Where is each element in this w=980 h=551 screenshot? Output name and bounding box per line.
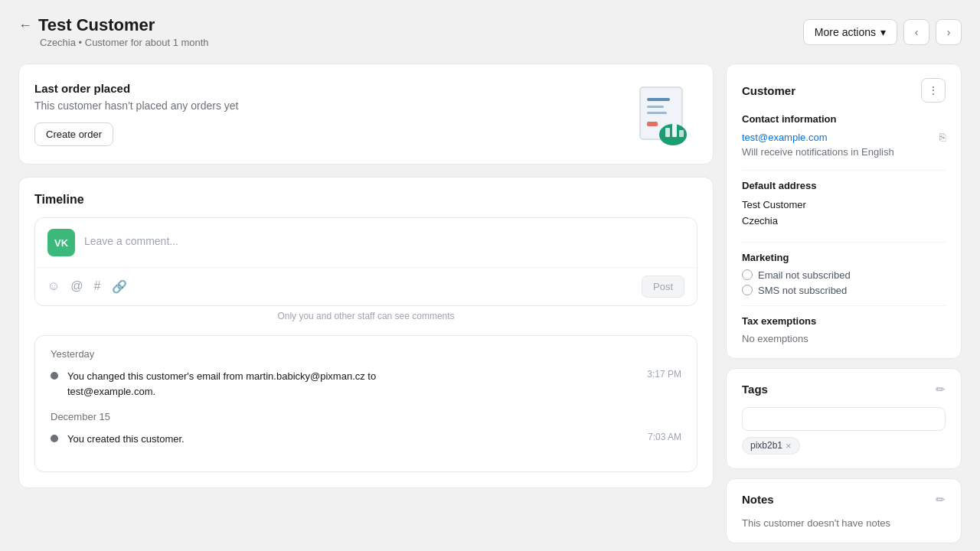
timeline-event-row-1: You created this customer. 7:03 AM <box>67 432 681 447</box>
comment-input-area: VK Leave a comment... <box>35 218 697 267</box>
staff-note: Only you and other staff can see comment… <box>34 306 697 329</box>
email-subscription-label: Email not subscribed <box>758 269 851 281</box>
timeline-event-text-1: You created this customer. <box>67 432 185 447</box>
no-exemptions-text: No exemptions <box>742 333 946 344</box>
email-row: test@example.com ⎘ <box>742 131 946 143</box>
email-radio-icon <box>742 269 753 280</box>
more-actions-button[interactable]: More actions ▾ <box>803 19 897 45</box>
post-button[interactable]: Post <box>642 276 684 298</box>
timeline-event-text-0: You changed this customer's email from m… <box>67 369 435 399</box>
toolbar-icons: ☺ @ # 🔗 <box>47 279 127 294</box>
user-avatar: VK <box>47 229 75 256</box>
more-actions-label: More actions <box>815 26 876 38</box>
tag-remove-0[interactable]: × <box>786 440 792 452</box>
header-left: ← Test Customer Czechia • Customer for a… <box>18 15 209 48</box>
timeline-event-content-1: You created this customer. 7:03 AM <box>67 432 681 447</box>
sms-subscription-item: SMS not subscribed <box>742 285 946 296</box>
timeline-date-label-1: December 15 <box>51 411 681 422</box>
order-card-title: Last order placed <box>34 82 238 95</box>
timeline-event-time-0: 3:17 PM <box>647 369 681 380</box>
notes-card-header: Notes ✏ <box>742 493 946 507</box>
hashtag-icon[interactable]: # <box>94 279 101 294</box>
tags-edit-icon[interactable]: ✏ <box>936 383 946 396</box>
customer-card-header: Customer ⋮ <box>742 78 946 103</box>
svg-rect-1 <box>647 98 670 101</box>
email-subscription-item: Email not subscribed <box>742 269 946 281</box>
customer-options-button[interactable]: ⋮ <box>921 78 946 103</box>
notes-card: Notes ✏ This customer doesn't have notes <box>726 478 962 543</box>
timeline-section: Timeline VK Leave a comment... ☺ @ # <box>18 177 714 488</box>
page-subtitle: Czechia • Customer for about 1 month <box>40 37 209 48</box>
timeline-event-1: You created this customer. 7:03 AM <box>51 432 681 447</box>
sms-subscription-label: SMS not subscribed <box>758 285 847 296</box>
comment-toolbar: ☺ @ # 🔗 Post <box>35 267 697 305</box>
content-layout: Last order placed This customer hasn't p… <box>18 64 962 543</box>
svg-rect-7 <box>679 130 684 137</box>
timeline-date-label-0: Yesterday <box>51 348 681 360</box>
notification-text: Will receive notifications in English <box>742 146 946 158</box>
link-icon[interactable]: 🔗 <box>112 279 127 294</box>
timeline-date-group-0: Yesterday You changed this customer's em… <box>51 348 681 399</box>
timeline-dot-0 <box>51 372 58 380</box>
address-line2: Czechia <box>742 215 778 227</box>
timeline-event-content-0: You changed this customer's email from m… <box>67 369 681 399</box>
timeline-event-row-0: You changed this customer's email from m… <box>67 369 681 399</box>
prev-customer-button[interactable]: ‹ <box>903 19 929 45</box>
comment-box: VK Leave a comment... ☺ @ # 🔗 Post <box>34 217 697 306</box>
svg-rect-2 <box>647 106 664 108</box>
customer-email-link[interactable]: test@example.com <box>742 132 827 143</box>
tags-input[interactable] <box>742 407 946 431</box>
notes-edit-icon[interactable]: ✏ <box>936 493 946 507</box>
next-arrow-icon: › <box>947 26 951 38</box>
timeline-events: Yesterday You changed this customer's em… <box>34 335 697 472</box>
tags-list: pixb2b1 × <box>742 437 946 455</box>
customer-card-title: Customer <box>742 84 795 97</box>
address-line1: Test Customer <box>742 199 806 210</box>
marketing-label: Marketing <box>742 252 946 263</box>
svg-rect-6 <box>672 124 677 137</box>
timeline-event-0: You changed this customer's email from m… <box>51 369 681 399</box>
emoji-icon[interactable]: ☺ <box>47 279 60 294</box>
next-customer-button[interactable]: › <box>936 19 962 45</box>
header-actions: More actions ▾ ‹ › <box>803 19 962 45</box>
back-button[interactable]: ← <box>18 18 32 34</box>
prev-arrow-icon: ‹ <box>915 26 919 38</box>
avatar-initials: VK <box>54 237 68 249</box>
tags-card: Tags ✏ pixb2b1 × <box>726 368 962 469</box>
page-title: Test Customer <box>38 15 155 35</box>
page-header: ← Test Customer Czechia • Customer for a… <box>18 15 962 48</box>
chevron-down-icon: ▾ <box>880 26 886 38</box>
tag-chip-0: pixb2b1 × <box>742 437 800 455</box>
customer-card: Customer ⋮ Contact information test@exam… <box>726 64 962 359</box>
side-column: Customer ⋮ Contact information test@exam… <box>726 64 962 543</box>
svg-rect-3 <box>647 112 667 114</box>
timeline-date-group-1: December 15 You created this customer. 7… <box>51 411 681 447</box>
timeline-dot-1 <box>51 435 58 442</box>
tags-card-title: Tags <box>742 383 768 396</box>
tags-card-header: Tags ✏ <box>742 383 946 396</box>
contact-section-label: Contact information <box>742 113 946 125</box>
svg-rect-5 <box>665 128 670 137</box>
timeline-title: Timeline <box>34 193 697 207</box>
timeline-event-time-1: 7:03 AM <box>648 432 681 442</box>
mention-icon[interactable]: @ <box>70 279 83 294</box>
order-card-description: This customer hasn't placed any orders y… <box>34 99 238 112</box>
tag-label-0: pixb2b1 <box>750 440 782 451</box>
default-address-label: Default address <box>742 180 946 191</box>
create-order-button[interactable]: Create order <box>34 122 113 146</box>
order-illustration <box>629 80 697 148</box>
address-text: Test Customer Czechia <box>742 197 946 230</box>
tax-section-label: Tax exemptions <box>742 315 946 327</box>
comment-input[interactable]: Leave a comment... <box>84 229 684 247</box>
copy-icon[interactable]: ⎘ <box>939 131 946 143</box>
notes-card-title: Notes <box>742 493 774 506</box>
order-card-content: Last order placed This customer hasn't p… <box>34 82 238 146</box>
svg-rect-8 <box>647 122 658 126</box>
notes-content: This customer doesn't have notes <box>742 517 946 529</box>
last-order-card: Last order placed This customer hasn't p… <box>18 64 714 165</box>
main-column: Last order placed This customer hasn't p… <box>18 64 714 488</box>
sms-radio-icon <box>742 285 753 295</box>
